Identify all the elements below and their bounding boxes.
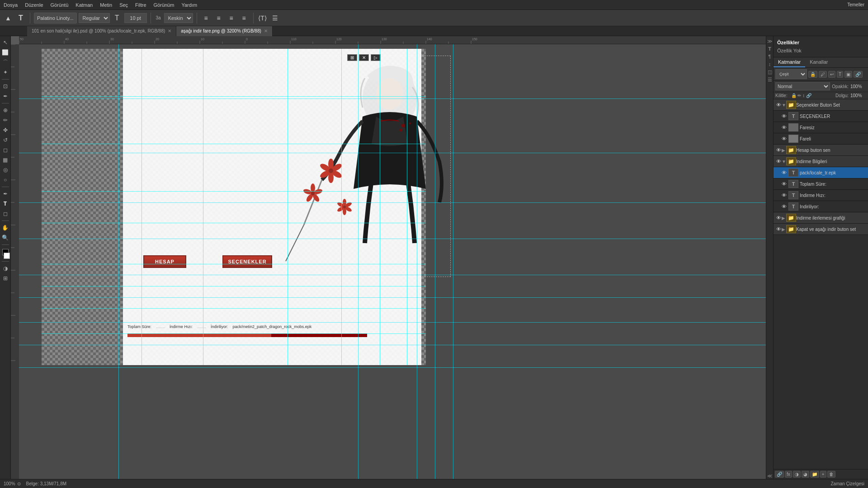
layer-icon-4[interactable]: T: [837, 71, 843, 78]
right-icon-2[interactable]: T: [767, 46, 773, 52]
tool-dodge[interactable]: ○: [1, 175, 10, 184]
font-style-select[interactable]: Regular: [79, 13, 110, 23]
tool-brush[interactable]: ✏: [1, 116, 10, 125]
tool-hand[interactable]: ✋: [1, 223, 10, 232]
tool-move[interactable]: ↖: [1, 38, 10, 47]
layer-new-btn[interactable]: +: [820, 471, 826, 478]
background-color[interactable]: [4, 253, 10, 259]
font-family-picker[interactable]: Palatino Linoty...: [34, 13, 77, 23]
toggle-char-panel-icon[interactable]: ☰: [270, 13, 281, 23]
menu-duzenle[interactable]: Düzenle: [25, 2, 43, 8]
font-size-input[interactable]: [124, 13, 147, 23]
layer-group-kapat[interactable]: 👁 ▶ 📁 Kapat ve aşağı indir buton set: [774, 224, 868, 235]
layer-eye-toplam-sure[interactable]: 👁: [781, 181, 787, 187]
align-center-icon[interactable]: ≡: [213, 13, 224, 23]
layer-item-fareli[interactable]: 👁 Fareli: [774, 133, 868, 145]
layer-item-faresiz[interactable]: 👁 Faresiz: [774, 122, 868, 133]
menu-yardim[interactable]: Yardım: [181, 2, 197, 8]
layer-folder-btn[interactable]: 📁: [810, 471, 819, 478]
menu-sec[interactable]: Seç: [119, 2, 128, 8]
expand-kapat[interactable]: ▶: [782, 227, 786, 232]
expand-ilerleme[interactable]: ▶: [782, 216, 786, 221]
tool-history-brush[interactable]: ↺: [1, 136, 10, 145]
layer-item-pack-locale[interactable]: 👁 T pack/locale_tr.epk: [774, 167, 868, 178]
text-tool-icon[interactable]: T: [15, 13, 26, 23]
layer-eye-fareli[interactable]: 👁: [781, 136, 787, 142]
tool-zoom[interactable]: 🔍: [1, 233, 10, 242]
warp-text-icon[interactable]: ⟨T⟩: [257, 13, 268, 23]
tool-text[interactable]: T: [1, 199, 10, 208]
layer-eye-kapat[interactable]: 👁: [775, 226, 782, 232]
justify-icon[interactable]: ≡: [239, 13, 250, 23]
secenekler-button[interactable]: SEÇENEKLER: [222, 255, 272, 268]
layer-mask-btn[interactable]: ◑: [793, 471, 801, 478]
right-icon-3[interactable]: ¶: [767, 53, 773, 60]
right-icon-6[interactable]: ☰: [767, 76, 773, 83]
menu-katman[interactable]: Katman: [75, 2, 93, 8]
layer-item-toplam-sure[interactable]: 👁 T Toplam Süre:: [774, 178, 868, 190]
hesap-button[interactable]: HESAP: [143, 255, 186, 268]
layer-group-indirme[interactable]: 👁 ▼ 📁 İndirme Bilgileri: [774, 156, 868, 167]
tool-lasso[interactable]: ⌒: [1, 58, 10, 67]
tool-eraser[interactable]: ◻: [1, 145, 10, 155]
layer-group-hesap-btn[interactable]: 👁 ▶ 📁 Hesap buton sen: [774, 145, 868, 156]
menu-filtre[interactable]: Filtre: [135, 2, 146, 8]
tab-1[interactable]: aşağı indir fare.png @ 3200% (RGB/88) ✕: [176, 26, 272, 36]
menu-goruntu[interactable]: Görüntü: [51, 2, 69, 8]
tool-healing[interactable]: ⊕: [1, 106, 10, 115]
layer-eye-faresiz[interactable]: 👁: [781, 124, 787, 131]
layer-item-indiriliyor[interactable]: 👁 T İndiriliyor:: [774, 201, 868, 212]
layer-icon-1[interactable]: 🔒: [808, 71, 817, 78]
layer-eye-pack-locale[interactable]: 👁: [781, 169, 787, 176]
tool-shape[interactable]: ◻: [1, 209, 10, 218]
layer-adj-btn[interactable]: ◕: [802, 471, 809, 478]
expand-secenek-btn[interactable]: ▼: [782, 103, 786, 108]
layer-icon-5[interactable]: ▣: [844, 71, 852, 78]
right-icon-5[interactable]: ◫: [767, 69, 773, 75]
antialiasing-select[interactable]: Keskin: [164, 13, 193, 23]
move-tool-icon[interactable]: ▲: [3, 13, 14, 23]
menu-dosya[interactable]: Dosya: [4, 2, 18, 8]
layer-style-btn[interactable]: fx: [785, 471, 792, 478]
tab-layers[interactable]: Katmanlar: [774, 57, 805, 67]
right-icon-collapse[interactable]: ≪: [767, 473, 773, 479]
tool-clone-stamp[interactable]: ✤: [1, 126, 10, 135]
tool-magic-wand[interactable]: ✦: [1, 68, 10, 77]
layer-eye-hesap-btn[interactable]: 👁: [775, 147, 782, 153]
layer-group-secenek-btn-set[interactable]: 👁 ▼ 📁 Seçenekler Buton Set: [774, 99, 868, 111]
tool-screen-mode[interactable]: ⊞: [1, 274, 10, 283]
layer-item-secenekler[interactable]: 👁 T SEÇENEKLER: [774, 111, 868, 122]
tab-0[interactable]: 101 en son hali(silgi ile).psd @ 100% (p…: [27, 26, 176, 36]
layer-icon-6[interactable]: 🔗: [854, 71, 863, 78]
expand-hesap-btn[interactable]: ▶: [782, 148, 786, 153]
layer-group-ilerleme[interactable]: 👁 ▶ 📁 İndirme ilerlemesi grafiği: [774, 212, 868, 224]
layer-eye-ilerleme[interactable]: 👁: [775, 215, 782, 221]
tool-pen[interactable]: ✒: [1, 189, 10, 198]
layer-link-btn[interactable]: 🔗: [775, 471, 784, 478]
tool-mask-mode[interactable]: ◑: [1, 264, 10, 273]
layer-eye-indirme[interactable]: 👁: [775, 158, 782, 164]
layer-eye-secenekler[interactable]: 👁: [781, 113, 787, 119]
right-icon-4[interactable]: ↕: [767, 61, 773, 67]
tool-gradient[interactable]: ▦: [1, 155, 10, 164]
layer-eye-indiriliyor[interactable]: 👁: [781, 203, 787, 210]
menu-gorunum[interactable]: Görünüm: [154, 2, 175, 8]
tab-0-close[interactable]: ✕: [168, 28, 171, 33]
tool-crop[interactable]: ⊡: [1, 82, 10, 91]
layer-item-indirme-hizi[interactable]: 👁 T İndirme Hızı:: [774, 190, 868, 201]
layer-eye-secenek-btn[interactable]: 👁: [775, 102, 782, 108]
expand-indirme[interactable]: ▼: [782, 159, 786, 164]
layer-icon-3[interactable]: ↩: [828, 71, 835, 78]
tab-1-close[interactable]: ✕: [264, 28, 268, 33]
tool-blur[interactable]: ◎: [1, 165, 10, 174]
align-left-icon[interactable]: ≡: [201, 13, 212, 23]
workspace-label[interactable]: Temeller: [847, 2, 864, 7]
blend-mode-select[interactable]: Normal: [775, 82, 830, 90]
layer-icon-2[interactable]: 🖊: [819, 71, 827, 78]
layer-filter-select[interactable]: Çeşit: [775, 69, 807, 79]
tool-eyedropper[interactable]: ✒: [1, 92, 10, 101]
right-icon-1[interactable]: ≫: [767, 38, 773, 44]
layer-delete-btn[interactable]: 🗑: [827, 471, 835, 478]
layer-eye-indirme-hizi[interactable]: 👁: [781, 192, 787, 198]
align-right-icon[interactable]: ≡: [226, 13, 237, 23]
